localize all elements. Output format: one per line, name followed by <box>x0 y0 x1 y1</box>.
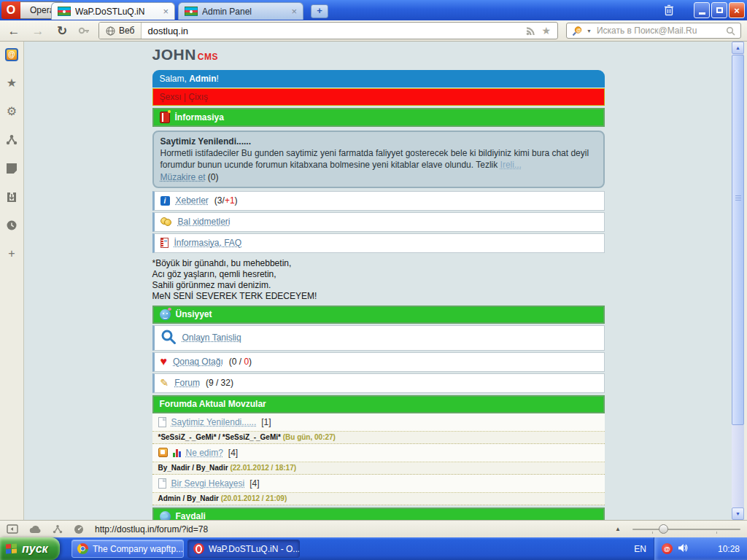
notes-panel-icon[interactable] <box>5 162 18 175</box>
web-protocol-button[interactable]: Веб <box>99 23 142 39</box>
menu-item-bal-xidmetleri[interactable]: Bal xidmetleri <box>152 212 605 232</box>
topic-link[interactable]: Saytimiz Yenilendi...... <box>171 417 257 427</box>
menu-link[interactable]: Onlayn Tanisliq <box>182 332 241 343</box>
windows-flag-icon <box>6 543 18 554</box>
taskbar-task-opera[interactable]: WaP.DoSTLuQ.iN - O... <box>187 540 300 558</box>
language-indicator[interactable]: EN <box>634 537 646 560</box>
menu-item-informasiya-faq[interactable]: İnformasiya, FAQ <box>152 233 605 253</box>
username: Admin <box>189 74 216 84</box>
wand-key-icon[interactable] <box>78 26 90 36</box>
scroll-down-button[interactable]: ▼ <box>732 508 744 520</box>
zoom-slider[interactable] <box>632 524 740 534</box>
search-engine-caret-icon[interactable]: ▼ <box>587 28 592 34</box>
reload-button[interactable]: ↻ <box>54 25 70 37</box>
close-button[interactable]: × <box>729 2 745 18</box>
smiley-chat-icon <box>160 309 171 320</box>
profile-link[interactable]: Şexsı <box>160 92 182 102</box>
menu-item-qonaq-otagi[interactable]: ♥ Qonaq Otağı (0 / 0) <box>152 352 605 372</box>
search-go-icon[interactable] <box>726 26 735 36</box>
johncms-logo: JOHNCMS <box>152 46 605 63</box>
welcome-bar: Salam, Admin! <box>152 70 605 88</box>
menu-item-forum[interactable]: ✎ Forum (9 / 32) <box>152 373 605 393</box>
system-tray: @ 10:28 <box>654 537 747 560</box>
back-button[interactable]: ← <box>6 25 22 37</box>
unite-icon[interactable] <box>53 524 63 534</box>
tab-title: Admin Panel <box>202 7 287 17</box>
turbo-cloud-icon[interactable] <box>29 525 42 534</box>
poem-text: *Böyük bir günahdı, bu mehebbetin, Acı g… <box>152 258 605 302</box>
news-more-link[interactable]: Ireli... <box>500 160 522 170</box>
status-bar: http://dostluq.in/forum/?id=78 ▲ <box>0 520 747 537</box>
minimize-button[interactable] <box>694 2 710 18</box>
zoom-menu-icon[interactable]: ▲ <box>615 526 621 532</box>
scroll-up-button[interactable]: ▲ <box>732 42 744 54</box>
forum-topic-row[interactable]: Saytimiz Yenilendi...... [1] *SeSsiZ_-_G… <box>152 413 605 444</box>
bookmark-star-icon[interactable]: ★ <box>541 26 551 36</box>
unite-share-panel-icon[interactable] <box>5 133 18 147</box>
tab-title: WaP.DoSTLuQ.iN <box>75 7 158 17</box>
widgets-gear-panel-icon[interactable]: ⚙ <box>5 105 18 118</box>
globe-icon <box>160 511 171 520</box>
menu-link[interactable]: Bal xidmetleri <box>178 217 231 227</box>
news-discuss-count: (0) <box>206 172 219 182</box>
taskbar-task-chrome[interactable]: The Company wapftp... <box>71 540 184 558</box>
bookmarks-panel-icon[interactable]: ★ <box>5 77 18 90</box>
add-panel-icon[interactable]: + <box>5 247 18 260</box>
menu-item-xeberler[interactable]: i Xeberler (3/+1) <box>152 191 605 211</box>
section-header-informasiya: İnformasiya <box>152 108 605 127</box>
closed-tabs-trash-icon[interactable] <box>664 4 674 16</box>
user-links-bar: Şexsı | Çixış <box>152 88 605 106</box>
topic-meta: By_Nadir / By_Nadir (22.01.2012 / 18:17) <box>152 462 605 474</box>
panel-toggle-icon[interactable] <box>7 524 18 534</box>
opera-logo-icon: O <box>1 1 20 19</box>
news-discuss-link[interactable]: Müzakire et <box>160 172 206 182</box>
menu-count: (3/+1) <box>214 195 238 206</box>
tab-wap-dostluq[interactable]: WaP.DoSTLuQ.iN × <box>51 2 175 20</box>
menu-link[interactable]: Qonaq Otağı <box>173 357 223 367</box>
tab-admin-panel[interactable]: Admin Panel × <box>178 2 303 20</box>
page-load-gauge-icon[interactable] <box>74 524 84 534</box>
forward-button[interactable]: → <box>30 25 46 37</box>
topic-link[interactable]: Bir Sevgi Hekayesi <box>171 478 245 489</box>
restore-button[interactable] <box>711 2 727 18</box>
start-button[interactable]: пуск <box>0 537 60 560</box>
menu-link[interactable]: İnformasiya, FAQ <box>174 238 242 248</box>
menu-item-onlayn-tanisliq[interactable]: Onlayn Tanisliq <box>152 325 605 351</box>
topic-meta: Admin / By_Nadir (20.01.2012 / 21:09) <box>152 492 605 505</box>
red-book-icon <box>160 112 170 123</box>
search-input[interactable] <box>595 25 722 36</box>
scrollbar-thumb[interactable] <box>732 55 744 425</box>
rss-feed-icon[interactable] <box>526 26 535 36</box>
topic-link[interactable]: Ne edim? <box>186 448 223 458</box>
search-bar[interactable]: @ ▼ <box>566 23 741 39</box>
logout-link[interactable]: Çixış <box>188 92 208 102</box>
forum-topic-row[interactable]: Bir Sevgi Hekayesi [4] Admin / By_Nadir … <box>152 475 605 505</box>
topic-replies: [1] <box>261 417 271 427</box>
mailru-agent-panel-icon[interactable]: @ <box>5 48 18 61</box>
poll-chart-icon <box>173 448 181 457</box>
downloads-panel-icon[interactable] <box>5 190 18 203</box>
clock: 10:28 <box>718 544 740 554</box>
vertical-scrollbar[interactable]: ▲ ▼ <box>732 42 744 520</box>
magnifier-icon <box>160 329 177 347</box>
web-label: Веб <box>119 26 134 36</box>
notebook-icon <box>160 238 169 248</box>
address-input[interactable] <box>142 26 519 36</box>
menu-link[interactable]: Xeberler <box>176 195 209 206</box>
mailru-agent-tray-icon[interactable]: @ <box>662 543 673 554</box>
window-edge <box>744 42 747 520</box>
title-bar: O Opera WaP.DoSTLuQ.iN × Admin Panel × +… <box>0 0 747 20</box>
forum-topic-row[interactable]: Ne edim? [4] By_Nadir / By_Nadir (22.01.… <box>152 444 605 475</box>
svg-text:@: @ <box>576 27 581 32</box>
pencil-icon: ✎ <box>160 378 169 388</box>
history-clock-panel-icon[interactable] <box>5 219 18 232</box>
tab-close-icon[interactable]: × <box>163 7 169 16</box>
volume-icon[interactable] <box>678 542 688 556</box>
new-tab-button[interactable]: + <box>311 4 328 18</box>
zoom-slider-knob[interactable] <box>659 524 668 534</box>
address-bar[interactable]: Веб ★ <box>98 22 558 39</box>
menu-count: (9 / 32) <box>206 378 233 388</box>
coins-icon <box>160 217 172 226</box>
menu-link[interactable]: Forum <box>174 378 200 388</box>
tab-close-icon[interactable]: × <box>291 7 297 16</box>
